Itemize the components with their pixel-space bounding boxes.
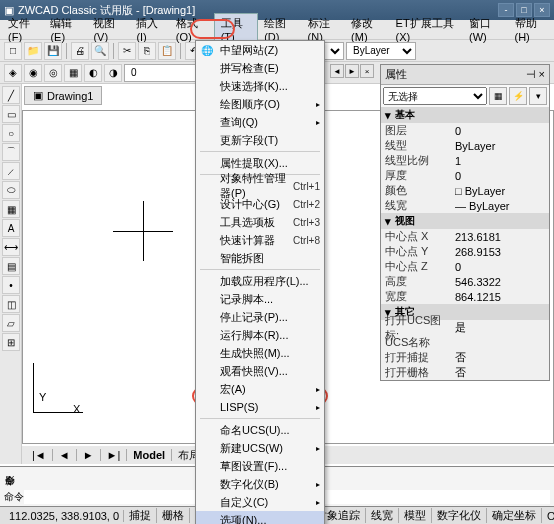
cut-icon[interactable]: ✂ xyxy=(118,42,136,60)
tab-nav-prev[interactable]: ◄ xyxy=(53,449,77,461)
menu-item-25[interactable]: 新建UCS(W)▸ xyxy=(196,439,324,457)
menu-item-21[interactable]: 宏(A)▸ xyxy=(196,380,324,398)
prop-row[interactable]: UCS名称 xyxy=(381,335,549,350)
status-0[interactable]: 捕捉 xyxy=(124,508,157,523)
menu-item-10[interactable]: 设计中心(G)Ctrl+2 xyxy=(196,195,324,213)
status-1[interactable]: 栅格 xyxy=(157,508,190,523)
menu-8[interactable]: 修改(M) xyxy=(345,14,390,45)
prop-row[interactable]: 厚度0 xyxy=(381,168,549,183)
preview-icon[interactable]: 🔍 xyxy=(91,42,109,60)
prop-row[interactable]: 中心点 Y268.9153 xyxy=(381,244,549,259)
paste-icon[interactable]: 📋 xyxy=(158,42,176,60)
menu-item-11[interactable]: 工具选项板Ctrl+3 xyxy=(196,213,324,231)
menu-2[interactable]: 视图(V) xyxy=(87,14,130,45)
tab-nav-first[interactable]: |◄ xyxy=(26,449,53,461)
menu-item-2[interactable]: 快速选择(K)... xyxy=(196,77,324,95)
prop-group[interactable]: ▾基本 xyxy=(381,107,549,123)
hatch-tool-icon[interactable]: ▦ xyxy=(2,200,20,218)
layout-tab-0[interactable]: Model xyxy=(127,449,172,461)
prop-row[interactable]: 打开栅格否 xyxy=(381,365,549,380)
region-tool-icon[interactable]: ▱ xyxy=(2,314,20,332)
menu-10[interactable]: 窗口(W) xyxy=(463,14,509,45)
point-tool-icon[interactable]: • xyxy=(2,276,20,294)
menu-11[interactable]: 帮助(H) xyxy=(509,14,552,45)
status-10[interactable]: OPTION! xyxy=(542,510,554,522)
menu-item-9[interactable]: 对象特性管理器(P)Ctrl+1 xyxy=(196,177,324,195)
dim-tool-icon[interactable]: ⟷ xyxy=(2,238,20,256)
prop-row[interactable]: 打开捕捉否 xyxy=(381,350,549,365)
menu-item-17[interactable]: 停止记录(P)... xyxy=(196,308,324,326)
prop-group[interactable]: ▾视图 xyxy=(381,213,549,229)
nav-right-icon[interactable]: ► xyxy=(345,64,359,78)
status-8[interactable]: 数字化仪 xyxy=(432,508,487,523)
prop-row[interactable]: 中心点 X213.6181 xyxy=(381,229,549,244)
status-7[interactable]: 模型 xyxy=(399,508,432,523)
tool-icon-2[interactable]: ◎ xyxy=(44,64,62,82)
tab-nav-next[interactable]: ► xyxy=(77,449,101,461)
prop-row[interactable]: 宽度864.1215 xyxy=(381,289,549,304)
prop-row[interactable]: 高度546.3322 xyxy=(381,274,549,289)
polyline-tool-icon[interactable]: ⟋ xyxy=(2,162,20,180)
menu-item-13[interactable]: 智能拆图 xyxy=(196,249,324,267)
layer-icon[interactable]: ◈ xyxy=(4,64,22,82)
menu-item-26[interactable]: 草图设置(F)... xyxy=(196,457,324,475)
menu-item-3[interactable]: 绘图顺序(O)▸ xyxy=(196,95,324,113)
menu-item-15[interactable]: 加载应用程序(L)... xyxy=(196,272,324,290)
menu-item-5[interactable]: 更新字段(T) xyxy=(196,131,324,149)
menu-item-12[interactable]: 快速计算器Ctrl+8 xyxy=(196,231,324,249)
menu-9[interactable]: ET扩展工具(X) xyxy=(390,14,463,45)
menu-item-0[interactable]: 🌐中望网站(Z) xyxy=(196,41,324,59)
panel-close-icon[interactable]: × xyxy=(539,68,545,80)
menu-item-24[interactable]: 命名UCS(U)... xyxy=(196,421,324,439)
prop-row[interactable]: 线型比例1 xyxy=(381,153,549,168)
menu-item-19[interactable]: 生成快照(M)... xyxy=(196,344,324,362)
print-icon[interactable]: 🖨 xyxy=(71,42,89,60)
tool-icon-3[interactable]: ▦ xyxy=(64,64,82,82)
menu-item-27[interactable]: 数字化仪(B)▸ xyxy=(196,475,324,493)
nav-left-icon[interactable]: ◄ xyxy=(330,64,344,78)
status-9[interactable]: 确定坐标 xyxy=(487,508,542,523)
menu-item-16[interactable]: 记录脚本... xyxy=(196,290,324,308)
prop-row[interactable]: 中心点 Z0 xyxy=(381,259,549,274)
menu-item-1[interactable]: 拼写检查(E) xyxy=(196,59,324,77)
table-tool-icon[interactable]: ▤ xyxy=(2,257,20,275)
menu-item-29[interactable]: 选项(N)... xyxy=(196,511,324,524)
tool-icon-5[interactable]: ◑ xyxy=(104,64,122,82)
menu-item-18[interactable]: 运行脚本(R)... xyxy=(196,326,324,344)
prop-btn-2[interactable]: ⚡ xyxy=(509,87,527,105)
ellipse-tool-icon[interactable]: ⬭ xyxy=(2,181,20,199)
prop-row[interactable]: 打开UCS图标:是 xyxy=(381,320,549,335)
menu-3[interactable]: 插入(I) xyxy=(130,14,169,45)
block-tool-icon[interactable]: ◫ xyxy=(2,295,20,313)
text-tool-icon[interactable]: A xyxy=(2,219,20,237)
grid-tool-icon[interactable]: ⊞ xyxy=(2,333,20,351)
prop-row[interactable]: 图层0 xyxy=(381,123,549,138)
tool-icon-1[interactable]: ◉ xyxy=(24,64,42,82)
menu-item-28[interactable]: 自定义(C)▸ xyxy=(196,493,324,511)
document-tab[interactable]: ▣ Drawing1 xyxy=(24,86,102,105)
menu-item-7[interactable]: 属性提取(X)... xyxy=(196,154,324,172)
prop-btn-3[interactable]: ▾ xyxy=(529,87,547,105)
line-tool-icon[interactable]: ╱ xyxy=(2,86,20,104)
prop-row[interactable]: 线型ByLayer xyxy=(381,138,549,153)
menu-0[interactable]: 文件(F) xyxy=(2,14,44,45)
open-icon[interactable]: 📁 xyxy=(24,42,42,60)
prop-row[interactable]: 颜色□ ByLayer xyxy=(381,183,549,198)
prop-btn-1[interactable]: ▦ xyxy=(489,87,507,105)
bylayer-select-2[interactable]: ByLayer xyxy=(346,42,416,60)
arc-tool-icon[interactable]: ⌒ xyxy=(2,143,20,161)
new-icon[interactable]: □ xyxy=(4,42,22,60)
save-icon[interactable]: 💾 xyxy=(44,42,62,60)
nav-close-icon[interactable]: × xyxy=(360,64,374,78)
tab-nav-last[interactable]: ►| xyxy=(101,449,128,461)
selection-dropdown[interactable]: 无选择 xyxy=(383,87,487,105)
menu-item-22[interactable]: LISP(S)▸ xyxy=(196,398,324,416)
menu-item-4[interactable]: 查询(Q)▸ xyxy=(196,113,324,131)
panel-pin-icon[interactable]: ⊣ xyxy=(526,68,536,80)
status-6[interactable]: 线宽 xyxy=(366,508,399,523)
tool-icon-4[interactable]: ◐ xyxy=(84,64,102,82)
menu-item-20[interactable]: 观看快照(V)... xyxy=(196,362,324,380)
menu-1[interactable]: 编辑(E) xyxy=(44,14,87,45)
rect-tool-icon[interactable]: ▭ xyxy=(2,105,20,123)
circle-tool-icon[interactable]: ○ xyxy=(2,124,20,142)
